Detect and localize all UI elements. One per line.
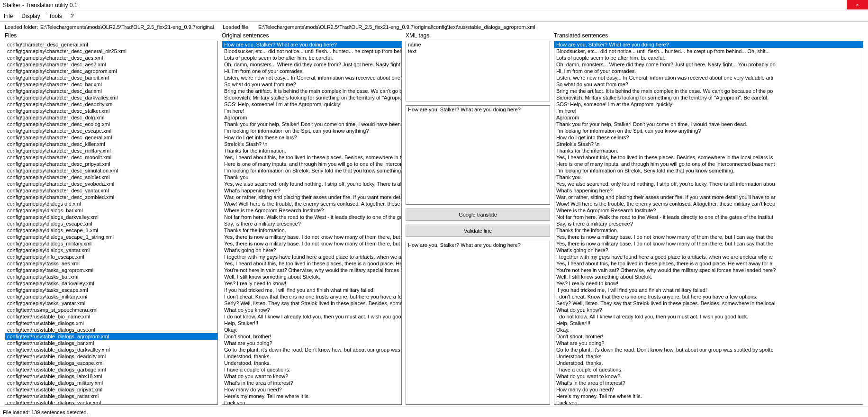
file-row[interactable]: config\gameplay\character_desc_simulatio… xyxy=(5,167,217,174)
translated-row[interactable]: Well, I still know something about Strel… xyxy=(554,273,863,280)
file-row[interactable]: config\gameplay\character_desc_aes.xml xyxy=(5,54,217,61)
translated-row[interactable]: How do I get into these cellars? xyxy=(554,134,863,141)
file-row[interactable]: config\gameplay\character_desc_bar.xml xyxy=(5,81,217,88)
file-row[interactable]: config\gameplay\character_desc_agroprom.… xyxy=(5,68,217,74)
file-row[interactable]: config\text\rus\stable_bio_name.xml xyxy=(5,313,217,320)
translated-row[interactable]: I together with my guys have found here … xyxy=(554,254,863,260)
original-row[interactable]: Where is the Agroprom Research Institute… xyxy=(222,207,401,214)
file-row[interactable]: config\gameplay\dialogs_escape_1_string.… xyxy=(5,234,217,240)
original-row[interactable]: Understood, thanks. xyxy=(222,360,401,366)
translated-row[interactable]: Yes, I heard about this, he too lived in… xyxy=(554,260,863,267)
translated-row[interactable]: Help, Stalker!!! xyxy=(554,320,863,326)
original-row[interactable]: Yes, we also searched, only found nothin… xyxy=(222,181,401,187)
file-row[interactable]: config\gameplay\dialogs_escape.xml xyxy=(5,220,217,227)
translated-row[interactable]: Hi, I'm from one of your comrades. xyxy=(554,68,863,74)
file-row[interactable]: config\text\rus\mp_st_speechmenu.xml xyxy=(5,307,217,313)
translated-row[interactable]: How many do you need? xyxy=(554,386,863,393)
file-row[interactable]: config\gameplay\dialogs_military.xml xyxy=(5,240,217,247)
original-row[interactable]: Bloodsucker, etc... did not notice... un… xyxy=(222,48,401,54)
translated-row[interactable]: Thanks for the information. xyxy=(554,147,863,154)
translated-row[interactable]: Fuck you. xyxy=(554,399,863,405)
file-row[interactable]: config\gameplay\character_desc_zombied.x… xyxy=(5,194,217,200)
original-row[interactable]: I'm looking for information on Strelok, … xyxy=(222,167,401,174)
file-row[interactable]: config\gameplay\character_desc_monolit.x… xyxy=(5,154,217,161)
file-row[interactable]: config\text\rus\stable_dialogs_deadcity.… xyxy=(5,353,217,360)
translated-row[interactable]: Yes, there is now a military base. I do … xyxy=(554,234,863,240)
xml-tag-row[interactable]: text xyxy=(406,48,550,54)
file-row[interactable]: config\text\rus\stable_dialogs_darkvalle… xyxy=(5,346,217,353)
original-row[interactable]: Understood, thanks. xyxy=(222,353,401,360)
translated-row[interactable]: Not far from here. Walk the road to the … xyxy=(554,214,863,220)
translated-row[interactable]: Don't shoot, brother! xyxy=(554,333,863,340)
translated-row[interactable]: If you had tricked me, I will find you a… xyxy=(554,287,863,293)
file-row[interactable]: config\gameplay\character_desc_svoboda.x… xyxy=(5,181,217,187)
translated-row[interactable]: Yes, there is now a military base. I do … xyxy=(554,240,863,247)
file-row[interactable]: config\gameplay\dialogs_darkvalley.xml xyxy=(5,214,217,220)
file-row[interactable]: config\text\rus\stable_dialogs_yantar.xm… xyxy=(5,399,217,405)
original-row[interactable]: Yes, I heard about this, he too lived in… xyxy=(222,260,401,267)
original-row[interactable]: You're not here in vain sat? Otherwise, … xyxy=(222,267,401,273)
file-row[interactable]: config\text\rus\stable_dialogs_radar.xml xyxy=(5,393,217,399)
translated-row[interactable]: Bloodsucker, etc... did not notice... un… xyxy=(554,48,863,54)
file-row[interactable]: config\gameplay\character_desc_yantar.xm… xyxy=(5,187,217,194)
original-row[interactable]: What are you doing? xyxy=(222,340,401,346)
translated-row[interactable]: What do you want to know? xyxy=(554,373,863,380)
translated-row[interactable]: War, or rather, sitting and placing thei… xyxy=(554,194,863,200)
original-row[interactable]: Bring me the artifact. It is behind the … xyxy=(222,88,401,94)
file-row[interactable]: config\gameplay\character_desc_bandit.xm… xyxy=(5,74,217,81)
original-row[interactable]: Here is one of many inputs, and through … xyxy=(222,161,401,167)
translated-row[interactable]: Go to the plant, it's down the road. Don… xyxy=(554,346,863,353)
original-row[interactable]: I don't cheat. Know that there is no one… xyxy=(222,293,401,300)
original-row[interactable]: Go to the plant, it's down the road. Don… xyxy=(222,346,401,353)
translated-row[interactable]: I do not know. All I knew I already told… xyxy=(554,313,863,320)
original-row[interactable]: Yes, there is now a military base. I do … xyxy=(222,234,401,240)
close-button[interactable]: × xyxy=(847,0,868,9)
translated-row[interactable]: What do you know? xyxy=(554,307,863,313)
original-row[interactable]: Yes? I really need to know! xyxy=(222,280,401,287)
translated-row[interactable]: Okay. xyxy=(554,326,863,333)
translated-row[interactable]: Yes? I really need to know! xyxy=(554,280,863,287)
original-row[interactable]: If you had tricked me, I will find you a… xyxy=(222,287,401,293)
file-row[interactable]: config\gameplay\character_desc_military.… xyxy=(5,147,217,154)
menu-help[interactable]: ? xyxy=(71,13,74,19)
file-row[interactable]: config\gameplay\dialogs_escape_1.xml xyxy=(5,227,217,234)
original-row[interactable]: Lots of people seem to be after him, be … xyxy=(222,54,401,61)
original-row[interactable]: What's in the area of interest? xyxy=(222,380,401,386)
original-row[interactable]: Thank you. xyxy=(222,174,401,181)
validate-line-button[interactable]: Validate line xyxy=(406,225,550,237)
translated-row[interactable]: I have a couple of questions. xyxy=(554,366,863,373)
translated-row[interactable]: Thanks for the information. xyxy=(554,227,863,234)
original-row[interactable]: I together with my guys have found here … xyxy=(222,254,401,260)
file-row[interactable]: config\gameplay\dialogs old.xml xyxy=(5,200,217,207)
original-listbox[interactable]: How are you, Stalker? What are you doing… xyxy=(222,41,402,405)
file-row[interactable]: config\gameplay\tasks_yantar.xml xyxy=(5,300,217,307)
original-row[interactable]: Okay. xyxy=(222,326,401,333)
original-row[interactable]: Here's my money. Tell me where it is. xyxy=(222,393,401,399)
original-row[interactable]: What's happening here? xyxy=(222,187,401,194)
translated-row[interactable]: So what do you want from me? xyxy=(554,81,863,88)
original-row[interactable]: How do I get into these cellars? xyxy=(222,134,401,141)
original-row[interactable]: Yes, there is now a military base. I do … xyxy=(222,240,401,247)
google-translate-button[interactable]: Google translate xyxy=(406,208,550,221)
target-text-area[interactable] xyxy=(406,241,550,405)
original-row[interactable]: Agroprom xyxy=(222,114,401,121)
original-row[interactable]: Don't shoot, brother! xyxy=(222,333,401,340)
file-row[interactable]: config\gameplay\character_desc_deadcity.… xyxy=(5,101,217,108)
original-row[interactable]: So what do you want from me? xyxy=(222,81,401,88)
translated-row[interactable]: Thank you for your help, Stalker! Don't … xyxy=(554,121,863,127)
original-row[interactable]: Help, Stalker!!! xyxy=(222,320,401,326)
translated-row[interactable]: Listen, we're now not easy... In General… xyxy=(554,74,863,81)
translated-row[interactable]: You're not here in vain sat? Otherwise, … xyxy=(554,267,863,273)
translated-row[interactable]: Understood, thanks. xyxy=(554,353,863,360)
translated-row[interactable]: Agroprom xyxy=(554,114,863,121)
xml-tags-listbox[interactable]: nametext xyxy=(406,41,550,101)
original-row[interactable]: How many do you need? xyxy=(222,386,401,393)
original-row[interactable]: Yes, I heard about this, he too lived in… xyxy=(222,154,401,161)
file-row[interactable]: config\gameplay\tasks_escape.xml xyxy=(5,287,217,293)
original-row[interactable]: Fuck you. xyxy=(222,399,401,405)
original-row[interactable]: Say, is there a military presence? xyxy=(222,220,401,227)
files-listbox[interactable]: config\character_desc_general.xmlconfig\… xyxy=(5,41,218,405)
file-row[interactable]: config\gameplay\character_desc_stalker.x… xyxy=(5,108,217,114)
translated-row[interactable]: What's going on here? xyxy=(554,247,863,254)
translated-row[interactable]: Where is the Agroprom Research Institute… xyxy=(554,207,863,214)
